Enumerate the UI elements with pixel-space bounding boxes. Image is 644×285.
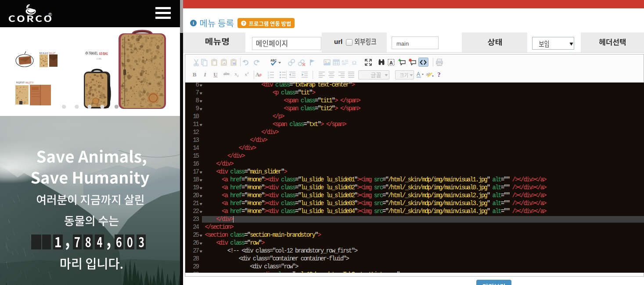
svg-text:?: ? — [438, 72, 441, 78]
svg-text:3: 3 — [268, 76, 270, 79]
svg-text:A: A — [342, 59, 344, 63]
svg-text:A: A — [255, 72, 259, 78]
svg-text:A: A — [389, 60, 393, 65]
svg-text:A: A — [223, 62, 226, 65]
svg-text:A: A — [417, 71, 420, 77]
svg-text:W: W — [233, 62, 236, 65]
svg-text:Ω: Ω — [352, 59, 356, 66]
